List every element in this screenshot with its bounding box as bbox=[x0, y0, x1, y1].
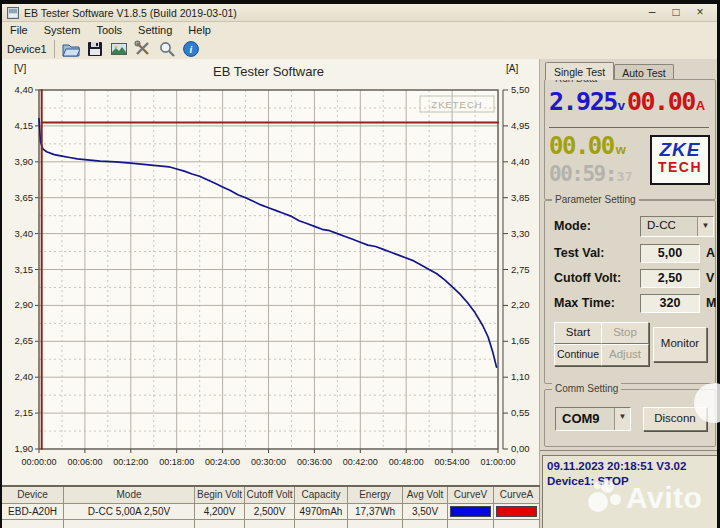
open-file-icon[interactable] bbox=[62, 40, 80, 58]
zketech-logo-top: ZKE bbox=[652, 140, 708, 160]
menu-setting[interactable]: Setting bbox=[130, 22, 180, 38]
start-button[interactable]: Start bbox=[554, 322, 602, 344]
test-val-input[interactable] bbox=[640, 244, 700, 263]
readout-divider bbox=[549, 127, 709, 128]
current-unit: A bbox=[696, 98, 705, 113]
discharge-chart: 4,404,153,903,653,403,152,902,652,402,15… bbox=[2, 59, 539, 485]
svg-text:2,20: 2,20 bbox=[511, 299, 530, 310]
voltage-curve-color-chip bbox=[450, 506, 491, 517]
table-cell bbox=[494, 520, 540, 528]
info-icon[interactable]: i bbox=[182, 40, 200, 58]
table-cell bbox=[295, 520, 348, 528]
elapsed-time-readout: 00:59: 37 bbox=[549, 164, 633, 185]
svg-text:3,40: 3,40 bbox=[15, 228, 34, 239]
title-bar: EB Tester Software V1.8.5 (Build 2019-03… bbox=[2, 4, 717, 22]
table-cell bbox=[403, 520, 448, 528]
device-tab-label[interactable]: Device1 bbox=[7, 43, 47, 55]
parameter-setting-label: Parameter Setting bbox=[552, 194, 639, 206]
table-cell: 2,500V bbox=[245, 504, 295, 520]
max-time-row: Max Time: M bbox=[554, 293, 716, 313]
menu-tools[interactable]: Tools bbox=[88, 22, 130, 38]
svg-text:00:12:00: 00:12:00 bbox=[113, 457, 148, 467]
power-readout: 00.00 w bbox=[549, 134, 626, 158]
export-image-icon[interactable] bbox=[110, 40, 128, 58]
column-header-curvea: CurveA bbox=[494, 487, 540, 504]
com-port-value: COM9 bbox=[556, 408, 614, 430]
menu-file[interactable]: File bbox=[2, 22, 36, 38]
svg-text:00:48:00: 00:48:00 bbox=[389, 457, 424, 467]
test-val-unit: A bbox=[706, 246, 715, 260]
svg-text:2,75: 2,75 bbox=[511, 264, 530, 275]
toolbar: Device1 bbox=[2, 38, 717, 61]
svg-text:00:06:00: 00:06:00 bbox=[67, 457, 102, 467]
svg-text:1,10: 1,10 bbox=[511, 371, 530, 382]
cutoff-volt-label: Cutoff Volt: bbox=[554, 271, 640, 285]
comm-setting-label: Comm Setting bbox=[552, 383, 621, 395]
tab-auto-test[interactable]: Auto Test bbox=[614, 64, 674, 80]
chart-panel: 4,404,153,903,653,403,152,902,652,402,15… bbox=[2, 59, 539, 485]
chevron-down-icon[interactable]: ▼ bbox=[697, 217, 713, 236]
svg-text:EB Tester Software: EB Tester Software bbox=[213, 64, 324, 79]
mode-row: Mode: D-CC ▼ bbox=[554, 216, 714, 236]
eb-tester-app: EB Tester Software V1.8.5 (Build 2019-03… bbox=[0, 0, 720, 528]
chevron-down-icon[interactable]: ▼ bbox=[614, 408, 630, 430]
test-val-label: Test Val: bbox=[554, 246, 640, 260]
table-header-row: DeviceModeBegin VoltCutoff VoltCapacityE… bbox=[2, 487, 540, 504]
control-panel: Single Test Auto Test Run Data 2.925 v 0… bbox=[539, 59, 717, 528]
run-data-group: Run Data 2.925 v 00.00 A 00.00 w 00:59: … bbox=[544, 79, 716, 200]
window-title: EB Tester Software V1.8.5 (Build 2019-03… bbox=[24, 7, 640, 19]
svg-text:4,40: 4,40 bbox=[511, 156, 530, 167]
column-header-curvev: CurveV bbox=[448, 487, 494, 504]
table-cell: EBD-A20H bbox=[2, 504, 64, 520]
minimize-button[interactable]: – bbox=[640, 5, 664, 20]
table-row[interactable]: EBD-A20HD-CC 5,00A 2,50V4,200V2,500V4970… bbox=[2, 504, 540, 520]
svg-text:00:00:00: 00:00:00 bbox=[21, 457, 56, 467]
toolbar-separator bbox=[54, 40, 55, 58]
svg-text:00:54:00: 00:54:00 bbox=[435, 457, 470, 467]
time-display: 00:59: bbox=[549, 164, 616, 185]
power-unit: w bbox=[616, 142, 626, 157]
table-row bbox=[2, 520, 540, 528]
svg-text:00:42:00: 00:42:00 bbox=[343, 457, 378, 467]
zketech-logo-bottom: TECH bbox=[652, 160, 708, 175]
save-icon[interactable] bbox=[86, 40, 104, 58]
monitor-button[interactable]: Monitor bbox=[653, 327, 707, 362]
voltage-unit: v bbox=[618, 98, 625, 113]
table-cell bbox=[245, 520, 295, 528]
zketech-logo: ZKE TECH bbox=[650, 135, 710, 185]
menu-help[interactable]: Help bbox=[180, 22, 219, 38]
column-header-avg-volt: Avg Volt bbox=[403, 487, 448, 504]
table-cell bbox=[348, 520, 403, 528]
max-time-input[interactable] bbox=[640, 294, 700, 313]
svg-text:0,00: 0,00 bbox=[511, 443, 530, 454]
table-cell bbox=[195, 520, 245, 528]
table-cell bbox=[448, 504, 494, 520]
close-button[interactable]: × bbox=[688, 5, 712, 20]
cutoff-volt-input[interactable] bbox=[640, 269, 700, 288]
table-cell: 4,200V bbox=[195, 504, 245, 520]
mode-value: D-CC bbox=[641, 217, 697, 236]
tools-icon[interactable] bbox=[134, 40, 152, 58]
menu-system[interactable]: System bbox=[36, 22, 89, 38]
svg-text:2,15: 2,15 bbox=[15, 407, 34, 418]
status-log: 09.11.2023 20:18:51 V3.02 Device1: STOP bbox=[542, 455, 717, 528]
stop-button: Stop bbox=[601, 322, 649, 344]
tab-single-test[interactable]: Single Test bbox=[545, 62, 614, 80]
parameter-setting-group: Parameter Setting Mode: D-CC ▼ Test Val:… bbox=[544, 200, 716, 384]
mode-select[interactable]: D-CC ▼ bbox=[640, 216, 714, 237]
test-tabs: Single Test Auto Test bbox=[545, 62, 674, 80]
svg-text:01:00:00: 01:00:00 bbox=[480, 457, 515, 467]
svg-text:i: i bbox=[189, 44, 192, 55]
svg-text:3,65: 3,65 bbox=[15, 192, 34, 203]
column-header-begin-volt: Begin Volt bbox=[195, 487, 245, 504]
zoom-icon[interactable] bbox=[158, 40, 176, 58]
column-header-mode: Mode bbox=[64, 487, 195, 504]
cutoff-volt-unit: V bbox=[706, 271, 714, 285]
com-port-select[interactable]: COM9 ▼ bbox=[555, 407, 631, 431]
svg-text:2,90: 2,90 bbox=[15, 299, 34, 310]
continue-button[interactable]: Continue bbox=[554, 344, 602, 366]
app-icon bbox=[7, 7, 19, 19]
maximize-button[interactable]: □ bbox=[664, 5, 688, 20]
current-curve-color-chip bbox=[496, 506, 537, 517]
max-time-label: Max Time: bbox=[554, 296, 640, 310]
